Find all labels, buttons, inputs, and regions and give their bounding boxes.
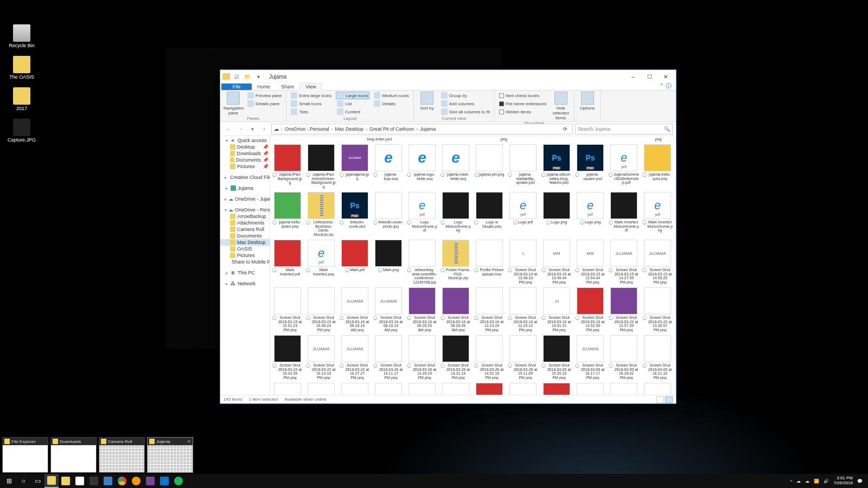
file-item[interactable]: ◯Mark Inverted Monochrome.png xyxy=(642,192,673,236)
firefox-taskbar[interactable] xyxy=(129,474,143,488)
app-taskbar[interactable] xyxy=(157,474,171,488)
minimize-button[interactable]: – xyxy=(625,71,641,82)
tab-view[interactable]: View xyxy=(299,83,322,91)
file-item[interactable]: ◯Screen Shot 2018-03-16 at 12.25.12 PM.p… xyxy=(508,287,538,332)
file-item[interactable]: ◯Jujama-iPad-HomeScreen-Background.jpg xyxy=(306,144,336,189)
file-item[interactable]: ◯Screen Shot 2018-03-26 at 14.52.10 PM.p… xyxy=(474,335,505,380)
file-item[interactable]: ◯Mark Inverted Monochrome.pdf xyxy=(609,192,639,236)
file-item[interactable]: ◯Screen Shot 2018-04-09 at 10.44.19 AM.p… xyxy=(575,383,605,395)
refresh-button[interactable]: ⟳ xyxy=(560,126,570,132)
file-item[interactable]: ◯Screen Shot 2018-03-16 at 09.20.25 AM.p… xyxy=(407,287,437,332)
details-view-toggle[interactable] xyxy=(656,396,664,403)
file-item[interactable]: ◯Screen Shot 2018-04-05 at 10.22.51 AM.p… xyxy=(306,383,336,395)
file-item[interactable]: ◯Screen Shot 2018-04-05 at 10.15.39 AM.p… xyxy=(272,383,303,395)
titlebar[interactable]: ☑ 📁 ▾ Jujama – ☐ ✕ xyxy=(220,70,676,83)
nav-onedrive-personal[interactable]: ▾☁OneDrive - Personal xyxy=(220,207,270,213)
details-view-button[interactable]: Details xyxy=(373,100,410,107)
nav-downloads[interactable]: Downloads📌 xyxy=(220,150,270,157)
desktop-icon-recycle-bin[interactable]: Recycle Bin xyxy=(3,24,41,48)
file-item[interactable]: ◯Logo.png xyxy=(575,192,605,236)
file-item[interactable]: ◯Logo.png xyxy=(541,192,572,236)
file-content-area[interactable]: blog-index.psd .png .png ◯Jujama-iPad-Ba… xyxy=(270,136,676,395)
file-item[interactable]: ◯jujama-logo-white.svg xyxy=(407,144,437,189)
app-taskbar[interactable] xyxy=(87,474,101,488)
nav-desktop[interactable]: Desktop📌 xyxy=(220,144,270,150)
file-item[interactable]: JUJAMA◯Screen Shot 2018-03-22 at 16.27.2… xyxy=(340,335,370,380)
back-button[interactable]: ← xyxy=(224,124,233,134)
file-item[interactable]: JUJAMA◯jujamajama.jpg xyxy=(340,144,370,189)
file-item[interactable]: JUJAMA◯Screen Shot 2018-04-05 at 10.33.0… xyxy=(340,383,370,395)
file-item[interactable]: JUJAMA◯Screen Shot 2018-04-05 at 10.36.2… xyxy=(407,383,437,395)
file-item[interactable]: ◯Letterpress-Business-Cards-MockUp.zip xyxy=(306,192,336,236)
task-thumb[interactable]: Downloads xyxy=(50,437,97,473)
file-item[interactable]: JJ◯Screen Shot 2018-03-16 at 14.51.31 PM… xyxy=(541,287,572,332)
file-item[interactable]: ◯simple-324833-unsplash.jpg xyxy=(642,383,673,395)
tab-file[interactable]: File xyxy=(221,84,252,90)
details-pane-button[interactable]: Details pane xyxy=(246,100,283,107)
file-item[interactable]: ◯Screen Shot 2018-04-03 at 15.35.19 PM.p… xyxy=(541,335,572,380)
file-item[interactable]: ◯Jujama-iPad-Background.jpg xyxy=(272,144,303,189)
nav-creative-cloud[interactable]: ▸Creative Cloud Files xyxy=(220,174,270,181)
file-item[interactable]: ◯Screen Shot 2018-03-22 at 12.57.39 PM.p… xyxy=(609,287,639,332)
file-item[interactable]: Ps◯jujama-silicon-valley-blog-feature.ps… xyxy=(541,144,572,189)
tiles-button[interactable]: Tiles xyxy=(290,108,333,115)
item-checkboxes-toggle[interactable]: Item check boxes xyxy=(498,92,548,99)
chrome-taskbar[interactable] xyxy=(115,474,129,488)
file-item[interactable]: ◯Screen Shot 2018-03-15 at 16.46.24 PM.p… xyxy=(306,287,336,332)
close-button[interactable]: ✕ xyxy=(658,71,674,82)
file-item[interactable]: ◯Mark Inverted.png xyxy=(306,240,336,284)
file-item[interactable]: ◯Screen Shot 2018-03-26 at 14.11.17 PM.p… xyxy=(373,335,404,380)
file-item[interactable]: ◯jujama-trello-green.png xyxy=(272,192,303,236)
file-item[interactable]: ◯jujama-mark-white.svg xyxy=(441,144,471,189)
file-item[interactable]: ◯jujama-logo.svg xyxy=(373,144,404,189)
desktop-icon-folder[interactable]: The OASIS xyxy=(3,56,41,80)
file-item[interactable]: ◯Screen Shot 2018-03-16 at 12.14.19 PM.p… xyxy=(474,287,505,332)
thumbnails-view-toggle[interactable] xyxy=(665,396,673,403)
nav-macdesktop[interactable]: Mac Desktop xyxy=(220,239,270,246)
file-item[interactable]: ◯Screen Shot 2018-03-15 at 15.51.23 PM.p… xyxy=(272,287,303,332)
file-item[interactable]: ◯Mark.png xyxy=(373,240,404,284)
desktop-icon-folder[interactable]: 2017 xyxy=(3,87,41,111)
task-thumb[interactable]: Camera Roll xyxy=(99,437,145,473)
hide-selected-button[interactable]: Hide selected items xyxy=(551,92,571,120)
file-item[interactable]: ◯Poster-Frame-PSD-MockUp.zip xyxy=(441,240,471,284)
close-icon[interactable]: ✕ xyxy=(187,439,191,444)
file-item[interactable]: ◯Logo Monochrome.png xyxy=(441,192,471,236)
file-item[interactable]: ◯Logo.pdf xyxy=(508,192,538,236)
file-item[interactable]: ◯Screen Shot 2018-03-22 at 13.30.57 PM.p… xyxy=(642,287,673,332)
group-by-button[interactable]: Group by xyxy=(440,92,491,99)
clock[interactable]: 3:01 PM 7/26/2018 xyxy=(833,476,853,486)
options-button[interactable]: Options xyxy=(578,92,597,111)
file-item[interactable]: ◯Logo Monochrome.pdf xyxy=(407,192,437,236)
file-item[interactable]: ♫◯Screen Shot 2018-03-14 at 13.48.33 PM.… xyxy=(508,240,538,284)
app-taskbar[interactable] xyxy=(59,474,73,488)
task-thumb[interactable]: File Explorer xyxy=(2,437,48,473)
file-item[interactable]: Ps◯linkedin-cover.psd xyxy=(340,192,370,236)
file-item[interactable]: ◯Screen Shot 2018-04-05 at 10.38.49 AM.p… xyxy=(474,383,505,395)
file-item[interactable]: JUJAMA◯Screen Shot 2018-04-05 at 10.35.3… xyxy=(373,383,404,395)
tab-share[interactable]: Share xyxy=(276,84,299,90)
file-item[interactable]: JUJAMA◯Screen Shot 2018-03-15 at 14.50.2… xyxy=(642,240,673,284)
file-item[interactable]: ◯jujama-readability-update.psd xyxy=(508,144,538,189)
file-explorer-taskbar[interactable] xyxy=(44,474,59,488)
size-columns-button[interactable]: Size all columns to fit xyxy=(440,108,491,115)
tray-expand-icon[interactable]: ^ xyxy=(790,479,793,484)
file-item[interactable]: JUJAMA◯Screen Shot 2018-03-16 at 09.10.1… xyxy=(373,287,404,332)
app-taskbar[interactable] xyxy=(143,474,157,488)
file-item[interactable]: ◯Screen Shot 2018-04-06 at 12.34.48 PM.p… xyxy=(508,383,538,395)
notifications-icon[interactable]: 💬 xyxy=(857,479,863,484)
file-item[interactable]: ◯networking-area-scientific-conference-1… xyxy=(407,240,437,284)
file-item[interactable]: JUJAMA◯Screen Shot 2018-03-15 at 14.27.5… xyxy=(609,240,639,284)
file-item[interactable]: ◯Screen Shot 2018-03-22 at 15.43.39 PM.p… xyxy=(272,335,303,380)
preview-pane-button[interactable]: Preview pane xyxy=(246,92,283,99)
nav-jujama[interactable]: ▸Jujama xyxy=(220,185,270,191)
large-icons-button[interactable]: Large icons xyxy=(336,92,369,99)
file-item[interactable]: ◯Mark.pdf xyxy=(340,240,370,284)
file-item[interactable]: ◯linkedin-cover-photo.jpg xyxy=(373,192,404,236)
nav-quick-access[interactable]: ▾★Quick access xyxy=(220,137,270,144)
hidden-items-toggle[interactable]: Hidden items xyxy=(498,108,548,115)
file-item[interactable]: ◯Screen Shot 2018-04-09 at 10.49.40 AM.p… xyxy=(609,383,639,395)
maximize-button[interactable]: ☐ xyxy=(641,71,658,82)
file-item[interactable]: ◯Screen Shot 2018-04-09 at 09.12.43 AM.p… xyxy=(541,383,572,395)
file-item[interactable]: JUJAMA◯Screen Shot 2018-04-03 at 16.17.1… xyxy=(575,335,605,380)
